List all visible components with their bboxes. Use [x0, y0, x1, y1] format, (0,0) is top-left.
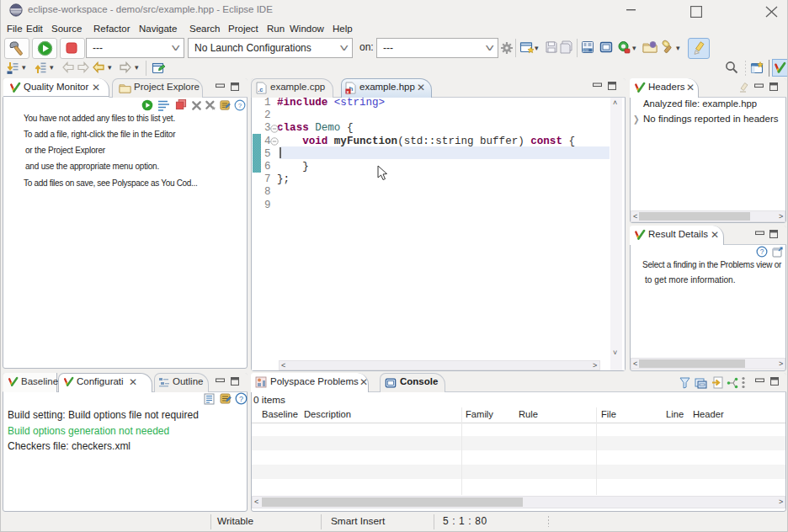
svg-text:010: 010 — [583, 49, 588, 52]
svg-text:.c: .c — [258, 86, 263, 93]
svg-text:?: ? — [760, 247, 764, 256]
svg-text:?: ? — [239, 395, 243, 403]
svg-text:?: ? — [238, 102, 242, 109]
